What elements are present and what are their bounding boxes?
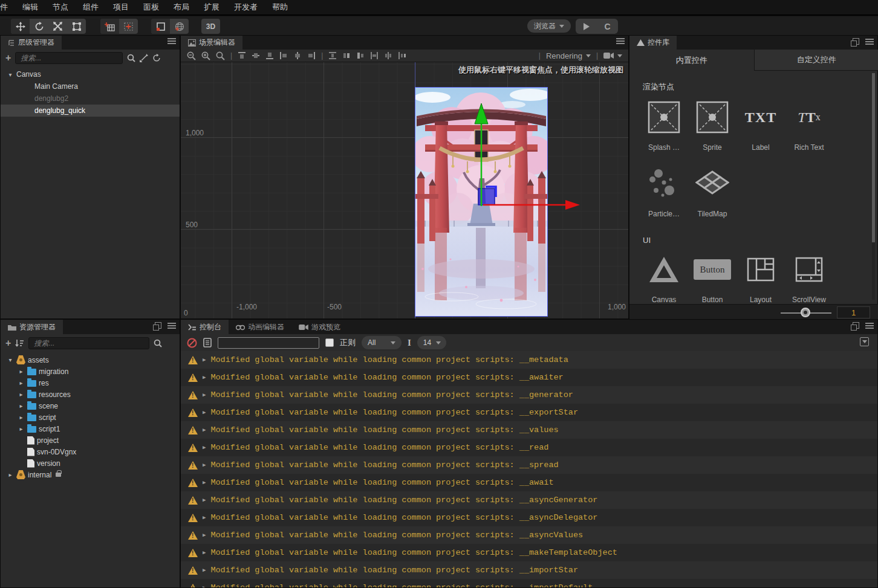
- align-bottom-icon[interactable]: [265, 51, 274, 60]
- console-log-row[interactable]: Modified global variable while loading c…: [181, 369, 877, 386]
- expand-log-icon[interactable]: [203, 427, 206, 433]
- menu-item[interactable]: 项目: [113, 2, 129, 13]
- add-node-button[interactable]: [5, 53, 11, 63]
- move-tool-button[interactable]: [11, 19, 30, 34]
- expand-log-icon[interactable]: [203, 409, 206, 416]
- search-icon[interactable]: [154, 339, 162, 347]
- lib-item-sprite[interactable]: Sprite: [688, 100, 737, 152]
- tab-builtin-widgets[interactable]: 内置控件: [629, 50, 754, 71]
- expand-all-icon[interactable]: [140, 54, 148, 62]
- assets-tab[interactable]: 资源管理器: [1, 320, 63, 334]
- popout-icon[interactable]: [155, 322, 161, 329]
- rendering-dropdown[interactable]: Rendering: [546, 51, 591, 60]
- distribute-top-icon[interactable]: [328, 51, 337, 60]
- console-log-row[interactable]: Modified global variable while loading c…: [181, 579, 877, 587]
- scale-tool-button[interactable]: [48, 19, 67, 34]
- expand-log-icon[interactable]: [203, 479, 206, 486]
- popout-icon[interactable]: [853, 38, 859, 45]
- tab-console[interactable]: 控制台: [181, 320, 229, 334]
- align-top-icon[interactable]: [238, 51, 246, 60]
- rect-tool-button[interactable]: [67, 19, 86, 34]
- tree-caret-icon[interactable]: [7, 471, 14, 478]
- popout-icon[interactable]: [853, 322, 859, 329]
- lib-item-splash[interactable]: Splash …: [640, 100, 688, 152]
- collapse-logs-icon[interactable]: [860, 337, 869, 346]
- console-log-row[interactable]: Modified global variable while loading c…: [181, 386, 877, 404]
- lib-item-tiledmap[interactable]: TiledMap: [688, 166, 737, 218]
- 3d-toggle-button[interactable]: 3D: [201, 19, 220, 34]
- zoom-value-input[interactable]: 1: [837, 306, 870, 318]
- menu-item[interactable]: 帮助: [272, 2, 288, 13]
- align-right-icon[interactable]: [307, 51, 316, 60]
- hierarchy-search-input[interactable]: [15, 52, 123, 64]
- world-coords-button[interactable]: [170, 19, 189, 34]
- asset-node-row[interactable]: internal: [1, 469, 180, 480]
- search-icon[interactable]: [127, 54, 135, 62]
- transform-gizmos[interactable]: [181, 62, 628, 318]
- tree-caret-icon[interactable]: [7, 357, 14, 363]
- expand-log-icon[interactable]: [203, 532, 206, 538]
- menu-item[interactable]: 节点: [53, 2, 68, 13]
- distribute-vcenter-icon[interactable]: [342, 51, 351, 60]
- clear-console-icon[interactable]: [187, 338, 197, 348]
- tree-caret-icon[interactable]: [18, 368, 25, 375]
- asset-node-row[interactable]: svn-0DVgnx: [1, 446, 180, 457]
- panel-menu-icon[interactable]: [865, 39, 874, 45]
- asset-node-row[interactable]: project: [1, 435, 180, 446]
- expand-log-icon[interactable]: [203, 392, 206, 398]
- console-log-row[interactable]: Modified global variable while loading c…: [181, 404, 877, 421]
- zoom-out-icon[interactable]: [187, 51, 196, 60]
- expand-log-icon[interactable]: [203, 584, 206, 587]
- rotate-tool-button[interactable]: [30, 19, 48, 34]
- menu-item[interactable]: 开发者: [234, 2, 258, 13]
- lib-item-scrollview[interactable]: ScrollView: [785, 252, 833, 304]
- lib-item-particle[interactable]: Particle…: [640, 166, 688, 218]
- assets-search-input[interactable]: [28, 337, 149, 349]
- expand-log-icon[interactable]: [203, 357, 206, 363]
- distribute-right-icon[interactable]: [398, 51, 406, 60]
- tree-caret-icon[interactable]: [7, 71, 14, 78]
- browser-select[interactable]: 浏览器: [527, 19, 571, 33]
- asset-node-row[interactable]: script: [1, 412, 180, 423]
- console-log-row[interactable]: Modified global variable while loading c…: [181, 474, 877, 491]
- expand-log-icon[interactable]: [203, 549, 206, 556]
- menu-item[interactable]: 扩展: [204, 2, 219, 13]
- lib-item-layout[interactable]: Layout: [737, 252, 785, 304]
- local-coords-button[interactable]: [151, 19, 170, 34]
- tab-game-preview[interactable]: 游戏预览: [291, 320, 348, 334]
- panel-menu-icon[interactable]: [167, 323, 176, 329]
- tree-caret-icon[interactable]: [18, 391, 25, 398]
- panel-menu-icon[interactable]: [616, 38, 625, 44]
- asset-node-row[interactable]: script1: [1, 423, 180, 435]
- regex-checkbox[interactable]: [325, 338, 334, 347]
- menu-item[interactable]: 布局: [174, 2, 189, 13]
- scene-viewport[interactable]: 1,000 500 -1,000 -500 0 500 1,000 0 使用鼠标…: [181, 62, 628, 318]
- asset-node-row[interactable]: version: [1, 457, 180, 469]
- expand-log-icon[interactable]: [203, 462, 206, 468]
- console-log-row[interactable]: Modified global variable while loading c…: [181, 544, 877, 561]
- menu-item[interactable]: 面板: [143, 2, 159, 13]
- asset-node-row[interactable]: migration: [1, 366, 180, 377]
- pivot-anchor-button[interactable]: [119, 19, 138, 34]
- tree-caret-icon[interactable]: [18, 414, 25, 421]
- refresh-button[interactable]: [597, 19, 618, 34]
- menu-item[interactable]: 编辑: [22, 2, 38, 13]
- lib-item-label[interactable]: Label: [737, 100, 785, 152]
- lib-item-richtext[interactable]: x Rich Text: [785, 100, 833, 152]
- console-log-row[interactable]: Modified global variable while loading c…: [181, 526, 877, 544]
- expand-log-icon[interactable]: [203, 374, 206, 381]
- scene-canvas-image[interactable]: [415, 87, 548, 317]
- sort-icon[interactable]: [15, 339, 24, 347]
- hierarchy-tab[interactable]: 层级管理器: [1, 36, 62, 50]
- asset-node-row[interactable]: scene: [1, 400, 180, 412]
- pivot-position-button[interactable]: [100, 19, 119, 34]
- align-left-icon[interactable]: [279, 51, 288, 60]
- hierarchy-node-row[interactable]: denglubg2: [1, 92, 180, 105]
- asset-node-row[interactable]: resources: [1, 389, 180, 400]
- menu-item[interactable]: 组件: [83, 2, 99, 13]
- x-axis-arrowhead[interactable]: [565, 200, 580, 210]
- log-level-dropdown[interactable]: All: [362, 336, 402, 349]
- lib-item-canvas[interactable]: Canvas: [640, 252, 688, 304]
- align-vcenter-icon[interactable]: [252, 51, 260, 60]
- console-log-row[interactable]: Modified global variable while loading c…: [181, 509, 877, 526]
